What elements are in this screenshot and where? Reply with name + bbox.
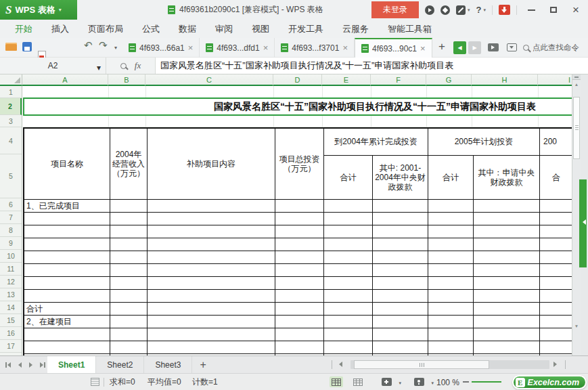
table-cell[interactable] bbox=[428, 264, 474, 277]
select-all-corner[interactable] bbox=[0, 74, 22, 86]
table-cell[interactable] bbox=[540, 277, 572, 290]
grid-cell[interactable] bbox=[109, 115, 146, 127]
sheet-tab-Sheet2[interactable]: Sheet2 bbox=[96, 356, 144, 373]
magnifier-icon[interactable] bbox=[120, 63, 127, 69]
column-header-F[interactable]: F bbox=[371, 74, 426, 86]
menu-tab-数据[interactable]: 数据 bbox=[169, 20, 206, 38]
table-cell[interactable] bbox=[148, 213, 275, 225]
grid-cell[interactable] bbox=[323, 86, 371, 98]
table-cell[interactable] bbox=[324, 341, 373, 354]
table-cell[interactable] bbox=[24, 341, 110, 354]
table-cell[interactable] bbox=[428, 341, 474, 354]
previous-sheet-button[interactable] bbox=[17, 361, 23, 369]
table-cell[interactable] bbox=[540, 341, 572, 354]
table-cell[interactable] bbox=[148, 316, 275, 328]
table-cell[interactable] bbox=[373, 303, 428, 316]
scroll-down-arrow[interactable]: ▼ bbox=[572, 324, 581, 328]
table-cell[interactable] bbox=[324, 213, 373, 225]
row-header-7[interactable]: 7 bbox=[0, 211, 22, 224]
table-cell[interactable] bbox=[474, 290, 540, 303]
table-cell[interactable] bbox=[474, 251, 540, 264]
page-break-view-button[interactable] bbox=[351, 376, 365, 387]
header-cell-plan_central[interactable]: 其中：申请中央财政拨款 bbox=[474, 156, 540, 200]
page-layout-view-button[interactable] bbox=[380, 376, 393, 387]
column-header-A[interactable]: A bbox=[22, 74, 108, 86]
table-cell[interactable] bbox=[474, 303, 540, 316]
grid-cell[interactable] bbox=[274, 115, 323, 127]
table-cell[interactable] bbox=[373, 328, 428, 341]
menu-tab-审阅[interactable]: 审阅 bbox=[206, 20, 242, 38]
table-cell[interactable] bbox=[275, 316, 324, 328]
table-cell[interactable] bbox=[373, 238, 428, 251]
tab-list-icon[interactable] bbox=[507, 43, 517, 51]
table-cell[interactable] bbox=[428, 251, 474, 264]
help-icon[interactable]: ? bbox=[476, 5, 482, 15]
table-cell[interactable] bbox=[540, 238, 572, 251]
table-cell[interactable] bbox=[24, 264, 110, 277]
sheet-tab-Sheet3[interactable]: Sheet3 bbox=[144, 356, 192, 373]
header-cell-cumulative_central[interactable]: 其中: 2001-2004年中央财政拨款 bbox=[373, 156, 428, 200]
cell-name-box[interactable]: A2 ▾ bbox=[0, 58, 106, 74]
menu-tab-智能工具箱[interactable]: 智能工具箱 bbox=[378, 20, 441, 38]
menu-tab-云服务[interactable]: 云服务 bbox=[333, 20, 378, 38]
row-header-17[interactable]: 17 bbox=[0, 340, 22, 353]
table-cell[interactable] bbox=[324, 316, 373, 328]
table-cell[interactable] bbox=[148, 328, 275, 341]
header-cell-plan_2005[interactable]: 2005年计划投资 bbox=[428, 129, 540, 156]
table-cell[interactable] bbox=[324, 264, 373, 277]
table-cell[interactable] bbox=[275, 238, 324, 251]
zoom-out-button[interactable] bbox=[463, 381, 469, 383]
skin-icon[interactable] bbox=[456, 5, 466, 15]
table-cell[interactable] bbox=[373, 225, 428, 238]
table-cell[interactable] bbox=[474, 213, 540, 225]
table-cell[interactable] bbox=[275, 264, 324, 277]
insert-function-button[interactable]: fx bbox=[135, 60, 141, 71]
table-cell[interactable] bbox=[24, 225, 110, 238]
table-cell[interactable] bbox=[24, 328, 110, 341]
table-cell[interactable] bbox=[110, 290, 148, 303]
table-cell[interactable] bbox=[110, 328, 148, 341]
row-header-9[interactable]: 9 bbox=[0, 237, 22, 250]
grid-cell[interactable] bbox=[472, 86, 539, 98]
scroll-tabs-right-button[interactable]: ▶ bbox=[468, 41, 481, 54]
table-cell[interactable] bbox=[428, 277, 474, 290]
table-cell[interactable] bbox=[540, 316, 572, 328]
column-header-B[interactable]: B bbox=[108, 74, 145, 86]
table-cell[interactable] bbox=[474, 277, 540, 290]
table-cell[interactable] bbox=[474, 316, 540, 328]
grid-cell[interactable] bbox=[146, 86, 274, 98]
table-cell[interactable] bbox=[110, 225, 148, 238]
table-cell[interactable] bbox=[148, 290, 275, 303]
table-cell[interactable] bbox=[275, 251, 324, 264]
grid-cell[interactable] bbox=[23, 115, 109, 127]
table-cell[interactable] bbox=[474, 341, 540, 354]
column-header-E[interactable]: E bbox=[322, 74, 371, 86]
table-cell[interactable] bbox=[428, 316, 474, 328]
table-cell[interactable] bbox=[148, 341, 275, 354]
scroll-right-arrow[interactable] bbox=[553, 362, 557, 367]
customize-toolbar-chevron-icon[interactable]: ▾ bbox=[114, 45, 117, 51]
table-cell[interactable]: 1、已完成项目 bbox=[24, 200, 110, 213]
row-header-14[interactable]: 14 bbox=[0, 301, 22, 314]
column-header-H[interactable]: H bbox=[472, 74, 538, 86]
table-cell[interactable] bbox=[540, 225, 572, 238]
table-cell[interactable] bbox=[324, 251, 373, 264]
table-cell[interactable] bbox=[148, 277, 275, 290]
split-handle[interactable] bbox=[572, 74, 581, 80]
header-cell-clipped_bottom[interactable]: 合 bbox=[540, 156, 572, 200]
table-cell[interactable] bbox=[148, 225, 275, 238]
table-cell[interactable] bbox=[275, 277, 324, 290]
undo-button[interactable]: ↶ bbox=[84, 40, 93, 50]
table-cell[interactable] bbox=[474, 225, 540, 238]
table-cell[interactable] bbox=[148, 200, 275, 213]
header-cell-plan_total[interactable]: 合计 bbox=[428, 156, 474, 200]
table-cell[interactable] bbox=[110, 251, 148, 264]
table-cell[interactable] bbox=[275, 303, 324, 316]
row-header-6[interactable]: 6 bbox=[0, 198, 22, 211]
table-cell[interactable] bbox=[110, 341, 148, 354]
table-cell[interactable] bbox=[24, 277, 110, 290]
table-cell[interactable] bbox=[24, 290, 110, 303]
grid-cell[interactable] bbox=[472, 115, 539, 127]
presentation-play-icon[interactable] bbox=[488, 43, 499, 51]
table-cell[interactable] bbox=[24, 238, 110, 251]
